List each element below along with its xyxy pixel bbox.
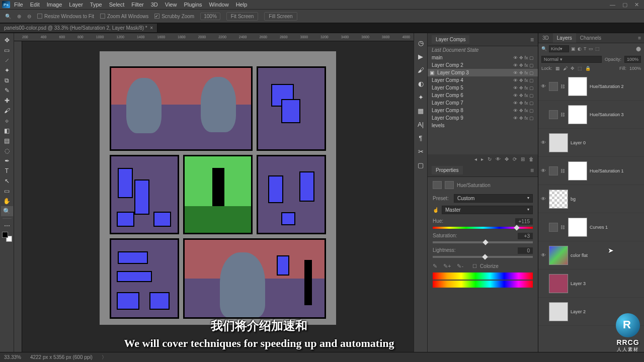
zoom-in-icon[interactable]: ⊕ [17,14,21,19]
update-comp-icon[interactable]: ↻ [488,156,492,162]
layer-thumbnail[interactable] [568,105,587,124]
layer-name[interactable]: Hue/Saturation 3 [590,112,624,117]
path-tool-icon[interactable]: ↖ [1,176,13,186]
resize-windows-checkbox[interactable]: Resize Windows to Fit [37,14,94,19]
link-icon[interactable]: ⛓ [560,84,566,89]
saturation-value[interactable]: +3 [518,233,533,239]
lock-nest-icon[interactable]: ⬚ [578,66,582,71]
menu-layer[interactable]: Layer [66,1,86,9]
link-icon[interactable]: ⛓ [560,225,566,230]
eyedropper-icon[interactable]: ✎ [433,263,437,269]
filter-shape-icon[interactable]: ▭ [589,46,593,51]
hue-value[interactable]: +115 [515,218,533,225]
layer-row[interactable]: 👁bg [538,185,644,213]
styles-panel-icon[interactable]: ✦ [418,94,424,101]
lock-pos-icon[interactable]: ✥ [571,66,575,71]
preset-dropdown[interactable]: Custom▾ [454,194,533,203]
layer-name[interactable]: bg [571,197,576,202]
marquee-tool-icon[interactable]: ▭ [1,45,13,55]
hand-tool-icon[interactable]: ✋ [1,196,13,206]
menu-type[interactable]: Type [87,1,105,9]
lock-all-icon[interactable]: 🔒 [585,66,591,71]
layer-thumbnail[interactable] [568,161,587,180]
visibility-toggle-icon[interactable]: 👁 [540,252,546,258]
pen-tool-icon[interactable]: ✒ [1,156,13,166]
menu-help[interactable]: Help [233,1,251,9]
link-icon[interactable]: ⛓ [560,112,566,117]
heal-tool-icon[interactable]: ✚ [1,96,13,106]
update-vis-icon[interactable]: 👁 [496,156,501,162]
layer-thumbnail[interactable] [549,133,568,152]
panel-menu-icon[interactable]: ≡ [530,167,534,174]
history-panel-icon[interactable]: ◷ [418,39,424,47]
info-chevron-icon[interactable]: 〉 [102,354,107,361]
lasso-tool-icon[interactable]: ⟋ [1,55,13,65]
layer-thumbnail[interactable] [549,274,568,293]
eraser-tool-icon[interactable]: ◧ [1,126,13,136]
layer-row[interactable]: Layer 3 [538,269,644,298]
visibility-toggle-icon[interactable]: 👁 [540,140,546,145]
panel-menu-icon[interactable]: ≡ [530,36,534,43]
layer-comps-tab[interactable]: Layer Comps [432,35,469,44]
menu-window[interactable]: Window [206,1,232,9]
update-pos-icon[interactable]: ✥ [505,156,509,162]
lightness-value[interactable]: 0 [518,247,533,254]
menu-select[interactable]: Select [106,1,128,9]
filter-adj-icon[interactable]: ◐ [578,46,582,51]
layer-comp-row[interactable]: Layer Comp 4👁 ✥ fx ▢ [428,76,538,84]
color-swatches[interactable] [2,232,12,242]
update-fx-icon[interactable]: ⟳ [513,156,517,162]
eyedropper-plus-icon[interactable]: ✎+ [443,263,451,269]
swatches-panel-icon[interactable]: ▦ [418,107,424,115]
visibility-toggle-icon[interactable]: 👁 [540,168,546,173]
shape-tool-icon[interactable]: ▭ [1,186,13,196]
fill-screen-button[interactable]: Fill Screen [264,12,297,21]
filter-smart-icon[interactable]: ⬚ [595,46,600,51]
blend-mode-dropdown[interactable]: Normal ▾ [541,56,602,63]
opacity-input[interactable]: 100% [624,56,641,63]
zoom-100-button[interactable]: 100% [200,13,220,20]
crop-tool-icon[interactable]: ⧉ [1,75,13,85]
prev-comp-icon[interactable]: ◂ [474,156,477,162]
filter-toggle[interactable]: ⬤ [636,46,641,51]
layer-thumbnail[interactable] [568,218,587,237]
minimize-icon[interactable]: — [610,2,615,8]
fg-color-swatch[interactable] [2,232,8,238]
colorize-checkbox[interactable]: ☐ [472,263,477,269]
layer-comp-row[interactable]: Layer Comp 7👁 ✥ fx ▢ [428,99,538,107]
fill-input[interactable]: 100% [629,66,641,71]
zoom-all-checkbox[interactable]: Zoom All Windows [100,14,148,19]
layer-name[interactable]: Hue/Saturation 2 [590,84,624,89]
delete-comp-icon[interactable]: 🗑 [529,156,534,162]
zoom-percent[interactable]: 33.33% [4,354,21,360]
zoom-tool-icon[interactable]: 🔍 [1,206,13,216]
filter-type-icon[interactable]: T [584,46,587,51]
menu-view[interactable]: View [162,1,180,9]
layer-name[interactable]: Layer 0 [571,140,586,145]
tab-3d[interactable]: 3D [538,33,553,43]
paragraph-panel-icon[interactable]: ¶ [419,134,423,142]
layer-comp-row[interactable]: levels [428,122,538,129]
document-tab[interactable]: panels00-color.psd @ 33.3% (Hue/Saturati… [0,24,157,32]
layer-row[interactable]: Layer 2 [538,298,644,326]
type-tool-icon[interactable]: T [1,166,13,176]
layer-comp-row[interactable]: main👁 ✥ fx ▢ [428,54,538,61]
layer-name[interactable]: Hue/Saturation 1 [590,168,624,173]
menu-file[interactable]: File [11,1,26,9]
layer-name[interactable]: color flat [571,253,588,258]
next-comp-icon[interactable]: ▸ [481,156,484,162]
lock-trans-icon[interactable]: ▦ [555,66,560,71]
channel-dropdown[interactable]: Master▾ [442,206,533,214]
layer-row[interactable]: 👁Layer 0 [538,129,644,157]
layer-comp-row[interactable]: Layer Comp 9👁 ✥ fx ▢ [428,114,538,122]
visibility-toggle-icon[interactable]: 👁 [540,83,546,89]
tool-presets-icon[interactable]: ✂ [418,148,424,155]
layer-comp-row[interactable]: Layer Comp 2👁 ✥ fx ▢ [428,61,538,69]
blur-tool-icon[interactable]: ◌ [1,146,13,156]
layer-comp-row[interactable]: Layer Comp 5👁 ✥ fx ▢ [428,84,538,92]
menu-3d[interactable]: 3D [148,1,161,9]
brush-panel-icon[interactable]: 🖌 [418,66,424,74]
filter-icon[interactable]: 🔍 [541,46,547,51]
wand-tool-icon[interactable]: ✦ [1,65,13,75]
libraries-panel-icon[interactable]: ▢ [418,161,424,169]
